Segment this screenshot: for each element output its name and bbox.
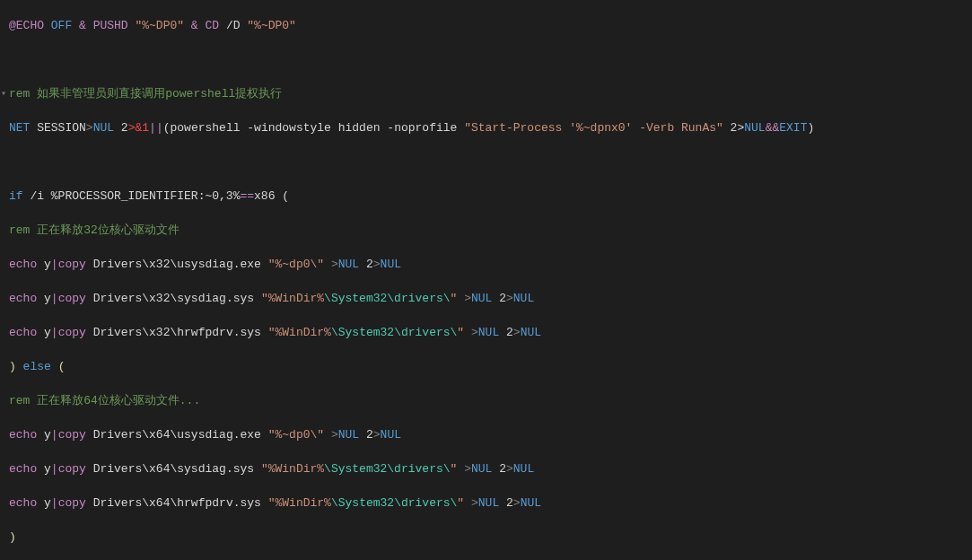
code-editor[interactable]: ▾ @ECHO OFF & PUSHD "%~DP0" & CD /D "%~D… (0, 0, 972, 560)
code-line: if /i %PROCESSOR_IDENTIFIER:~0,3%==x86 ( (9, 188, 972, 205)
code-line: @ECHO OFF & PUSHD "%~DP0" & CD /D "%~DP0… (9, 17, 972, 34)
code-area[interactable]: @ECHO OFF & PUSHD "%~DP0" & CD /D "%~DP0… (7, 0, 972, 560)
code-line (9, 51, 972, 68)
code-line: ) else ( (9, 358, 972, 375)
code-line: echo y|copy Drivers\x64\usysdiag.exe "%~… (9, 426, 972, 443)
code-line: echo y|copy Drivers\x32\hrwfpdrv.sys "%W… (9, 324, 972, 341)
code-line: echo y|copy Drivers\x32\sysdiag.sys "%Wi… (9, 290, 972, 307)
code-line: rem 正在释放32位核心驱动文件 (9, 222, 972, 239)
code-line: echo y|copy Drivers\x64\sysdiag.sys "%Wi… (9, 460, 972, 477)
code-line: echo y|copy Drivers\x32\usysdiag.exe "%~… (9, 256, 972, 273)
code-line (9, 153, 972, 171)
code-line: NET SESSION>NUL 2>&1||(powershell -windo… (9, 119, 972, 136)
code-line: ) (9, 529, 972, 546)
fold-gutter: ▾ (0, 0, 7, 560)
code-line: echo y|copy Drivers\x64\hrwfpdrv.sys "%W… (9, 494, 972, 512)
code-line: rem 如果非管理员则直接调用powershell提权执行 (9, 85, 972, 102)
code-line: rem 正在释放64位核心驱动文件... (9, 392, 972, 409)
fold-icon[interactable]: ▾ (0, 85, 7, 102)
